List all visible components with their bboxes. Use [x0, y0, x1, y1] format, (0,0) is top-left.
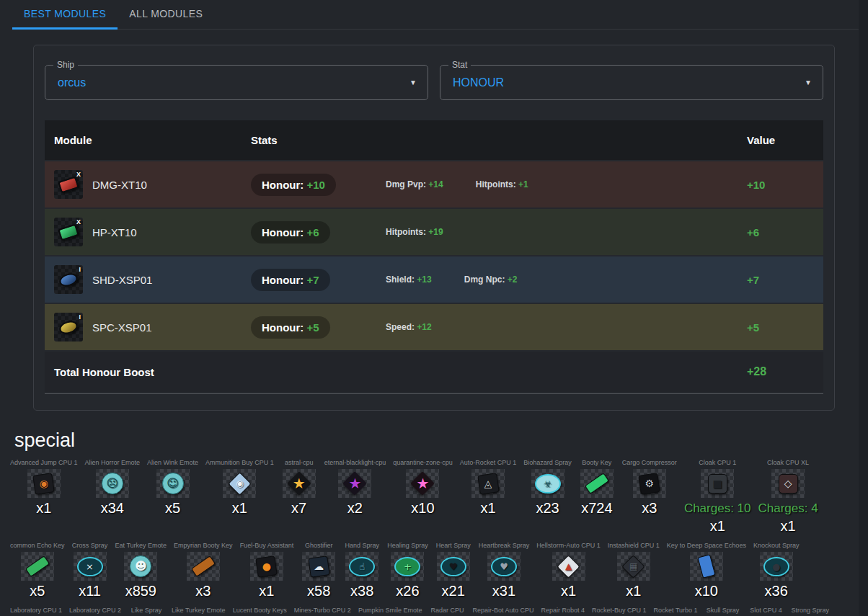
special-item-heart-spray[interactable]: Heart Spray♥x21 — [435, 542, 471, 599]
stat-select[interactable]: Stat HONOUR ▼ — [440, 65, 823, 100]
special-item-laboratory-cpu-1[interactable]: Laboratory CPU 1▤x1 — [10, 607, 62, 616]
special-item-count: x34 — [101, 500, 124, 517]
special-item-label: Knockout Spray — [753, 542, 800, 549]
special-item-label: Instashield CPU 1 — [608, 542, 660, 549]
special-item-biohazard-spray[interactable]: Biohazard Spray☣x23 — [523, 459, 572, 517]
special-item-label: common Echo Key — [10, 542, 65, 549]
special-item-like-turkey-emote[interactable]: Like Turkey Emote☝x897 — [172, 607, 226, 616]
special-item-key-to-deep-space-echoes[interactable]: Key to Deep Space Echoesx10 — [667, 542, 746, 599]
biohazard-spray-icon: ☣ — [531, 469, 564, 498]
special-item-lucent-booty-keys[interactable]: Lucent Booty Keysx2 — [233, 607, 287, 616]
special-item-label: Heart Spray — [436, 542, 471, 549]
special-item-radar-cpu[interactable]: Radar CPU◎x1 — [429, 607, 465, 616]
special-item-laboratory-cpu-2[interactable]: Laboratory CPU 2□x1 — [69, 607, 121, 616]
special-item-repair-bot-auto-cpu[interactable]: Repair-Bot Auto CPU▥x2 — [472, 607, 533, 616]
total-label: Total Honour Boost — [45, 366, 251, 378]
knockout-spray-icon: ● — [760, 552, 793, 581]
header-value: Value — [747, 134, 823, 146]
special-item-skull-spray[interactable]: Skull Spray☠x29 — [705, 607, 741, 616]
special-item-mines-turbo-cpu-2[interactable]: Mines-Turbo CPU 2◎x1 — [294, 607, 351, 616]
special-item-cloak-cpu-xl[interactable]: Cloak CPU XL◇Charges: 4x1 — [758, 459, 818, 535]
instashield-cpu-1-icon: ▦ — [617, 552, 650, 581]
hand-spray-icon: ☝ — [345, 552, 378, 581]
special-item-label: Cargo Compressor — [622, 459, 677, 466]
special-item-ghostifier[interactable]: Ghostifier☁x58 — [301, 542, 337, 599]
special-item-label: Skull Spray — [707, 607, 740, 614]
total-value: +28 — [747, 365, 823, 378]
special-item-cargo-compressor[interactable]: Cargo Compressor⚙x3 — [622, 459, 677, 517]
special-item-astral-cpu[interactable]: astral-cpu★x7 — [281, 459, 317, 517]
stat-entry: Speed: +12 — [386, 322, 432, 332]
special-item-count: x3 — [195, 583, 211, 599]
stat-entry: Dmg Pvp: +14 — [386, 179, 443, 189]
shd-module-icon: I — [54, 265, 83, 294]
special-item-hand-spray[interactable]: Hand Spray☝x38 — [344, 542, 380, 599]
special-item-rocket-buy-cpu-1[interactable]: Rocket-Buy CPU 1◈x2 — [592, 607, 647, 616]
special-item-label: Fuel-Buy Assistant — [240, 542, 294, 549]
special-item-knockout-spray[interactable]: Knockout Spray●x36 — [753, 542, 800, 599]
ship-select-label: Ship — [53, 60, 78, 70]
tab-best-modules[interactable]: BEST MODULES — [12, 3, 118, 29]
alien-wink-emote-icon: ☺ — [156, 469, 190, 498]
special-item-advanced-jump-cpu-1[interactable]: Advanced Jump CPU 1◉x1 — [10, 459, 78, 517]
special-item-charges: Charges: 10 — [684, 501, 751, 516]
heart-spray-icon: ♥ — [437, 552, 470, 581]
cargo-compressor-icon: ⚙ — [633, 469, 666, 498]
ship-select[interactable]: Ship orcus ▼ — [45, 65, 428, 100]
cross-spray-icon: × — [74, 552, 107, 581]
special-item-booty-key[interactable]: Booty Keyx724 — [579, 459, 615, 517]
special-item-quarantine-zone-cpu[interactable]: quarantine-zone-cpu★x10 — [393, 459, 453, 517]
special-item-ammunition-buy-cpu-1[interactable]: Ammunition Buy CPU 1◉x1 — [205, 459, 274, 517]
ship-select-value: orcus — [45, 76, 86, 89]
special-item-cloak-cpu-1[interactable]: Cloak CPU 1■Charges: 10x1 — [684, 459, 751, 535]
special-item-count: x1 — [710, 518, 725, 535]
special-item-like-spray[interactable]: Like Spray☝x63 — [128, 607, 164, 616]
module-row-dmg-xt10: X DMG-XT10 Honour: +10 Dmg Pvp: +14 Hitp… — [45, 161, 823, 207]
special-item-alien-wink-emote[interactable]: Alien Wink Emote☺x5 — [147, 459, 198, 517]
special-item-label: Alien Wink Emote — [147, 459, 198, 466]
total-row: Total Honour Boost +28 — [45, 352, 823, 392]
special-item-count: x1 — [561, 583, 576, 599]
special-item-label: eternal-blacklight-cpu — [324, 459, 386, 466]
special-item-instashield-cpu-1[interactable]: Instashield CPU 1▦x1 — [608, 542, 660, 599]
special-item-count: x724 — [581, 500, 612, 517]
auto-rocket-cpu-1-icon: ◬ — [471, 469, 505, 498]
special-item-count: x2 — [347, 500, 363, 517]
special-item-rocket-turbo-1[interactable]: Rocket Turbo 1▥x2 — [654, 607, 698, 616]
special-item-count: x21 — [442, 583, 465, 599]
page-right-gutter — [859, 0, 868, 616]
module-row-spc-xsp01: I SPC-XSP01 Honour: +5 Speed: +12 +5 — [45, 304, 823, 350]
special-item-repair-robot-4[interactable]: Repair Robot 4◉x3 — [541, 607, 585, 616]
special-item-count: x10 — [695, 583, 718, 599]
special-item-slot-cpu-4[interactable]: Slot CPU 4▦x3 — [748, 607, 784, 616]
special-item-eat-turkey-emote[interactable]: Eat Turkey Emote☻x859 — [115, 542, 167, 599]
eternal-blacklight-cpu-icon: ★ — [338, 469, 371, 498]
table-divider — [45, 393, 823, 394]
special-item-hellstorm-auto-cpu-1[interactable]: Hellstorm-Auto CPU 1▲x1 — [536, 542, 601, 599]
special-item-label: Mines-Turbo CPU 2 — [294, 607, 351, 614]
special-item-cross-spray[interactable]: Cross Spray×x11 — [72, 542, 108, 599]
special-item-count: x1 — [232, 500, 247, 517]
special-item-label: Heartbreak Spray — [479, 542, 530, 549]
special-item-common-echo-key[interactable]: common Echo Keyx5 — [10, 542, 65, 599]
special-item-label: Pumpkin Smile Emote — [358, 607, 422, 614]
value-cell: +7 — [747, 274, 823, 286]
special-item-alien-horror-emote[interactable]: Alien Horror Emote☹x34 — [85, 459, 141, 517]
stat-entry: Hitpoints: +19 — [386, 227, 443, 237]
special-grid: Advanced Jump CPU 1◉x1Alien Horror Emote… — [0, 459, 855, 616]
special-item-label: Hellstorm-Auto CPU 1 — [536, 542, 601, 549]
special-item-healing-spray[interactable]: Healing Spray+x26 — [387, 542, 428, 599]
tab-all-modules[interactable]: ALL MODULES — [118, 3, 214, 29]
empyrian-booty-key-icon — [187, 552, 220, 581]
advanced-jump-cpu-1-icon: ◉ — [27, 469, 61, 498]
special-item-label: Eat Turkey Emote — [115, 542, 167, 549]
special-item-strong-spray[interactable]: Strong Spray☛x52 — [792, 607, 830, 616]
special-item-eternal-blacklight-cpu[interactable]: eternal-blacklight-cpu★x2 — [324, 459, 386, 517]
special-item-empyrian-booty-key[interactable]: Empyrian Booty Keyx3 — [174, 542, 233, 599]
special-item-fuel-buy-assistant[interactable]: Fuel-Buy Assistant●x1 — [240, 542, 294, 599]
special-item-pumpkin-smile-emote[interactable]: Pumpkin Smile Emote☻x37 — [358, 607, 422, 616]
special-item-heartbreak-spray[interactable]: Heartbreak Spray♥x31 — [479, 542, 530, 599]
heartbreak-spray-icon: ♥ — [487, 552, 521, 581]
stat-select-label: Stat — [448, 60, 471, 70]
special-item-auto-rocket-cpu-1[interactable]: Auto-Rocket CPU 1◬x1 — [460, 459, 517, 517]
